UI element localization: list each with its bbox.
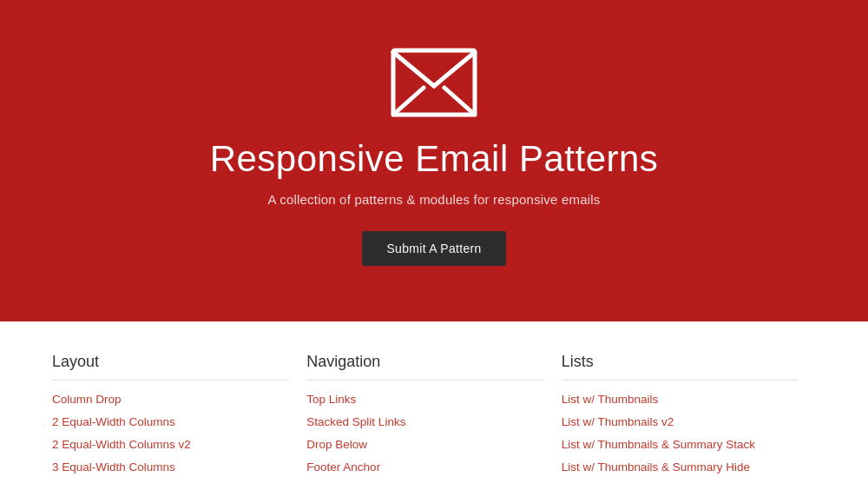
hero-title: Responsive Email Patterns — [210, 138, 659, 180]
submit-pattern-button[interactable]: Submit A Pattern — [362, 231, 505, 266]
navigation-column: Navigation Top LinksStacked Split LinksD… — [306, 353, 561, 477]
list-item-link[interactable]: List w/ Thumbnails — [562, 393, 659, 406]
list-item: Drop Below — [306, 436, 543, 452]
list-item-link[interactable]: Column Drop — [52, 393, 122, 406]
hero-section: Responsive Email Patterns A collection o… — [0, 0, 868, 321]
list-item-link[interactable]: Footer Anchor — [306, 460, 380, 474]
list-item-link[interactable]: 3 Equal-Width Columns — [52, 460, 175, 474]
list-item: Footer Anchor — [306, 459, 543, 474]
list-item-link[interactable]: Stacked Split Links — [306, 415, 405, 428]
email-icon — [391, 48, 477, 117]
navigation-list: Top LinksStacked Split LinksDrop BelowFo… — [306, 391, 543, 474]
list-item-link[interactable]: Drop Below — [306, 438, 367, 451]
lists-column-title: Lists — [562, 353, 799, 381]
list-item: Stacked Split Links — [306, 414, 543, 429]
list-item-link[interactable]: Top Links — [306, 393, 356, 406]
list-item: Top Links — [306, 391, 543, 407]
lists-column: Lists List w/ ThumbnailsList w/ Thumbnai… — [562, 353, 816, 477]
list-item: List w/ Thumbnails & Summary Stack — [562, 436, 799, 452]
list-item: 2 Equal-Width Columns — [52, 414, 289, 429]
list-item: 3 Equal-Width Columns — [52, 459, 289, 474]
svg-line-4 — [444, 88, 475, 115]
svg-line-2 — [434, 52, 475, 86]
navigation-column-title: Navigation — [306, 353, 543, 381]
list-item-link[interactable]: 2 Equal-Width Columns v2 — [52, 438, 191, 451]
list-item: List w/ Thumbnails — [562, 391, 799, 407]
list-item-link[interactable]: List w/ Thumbnails & Summary Stack — [562, 438, 755, 451]
content-section: Layout Column Drop2 Equal-Width Columns2… — [0, 321, 868, 477]
layout-column-title: Layout — [52, 353, 289, 381]
lists-list: List w/ ThumbnailsList w/ Thumbnails v2L… — [562, 391, 799, 474]
list-item: List w/ Thumbnails v2 — [562, 414, 799, 429]
list-item: Column Drop — [52, 391, 289, 407]
layout-column: Layout Column Drop2 Equal-Width Columns2… — [52, 353, 306, 477]
list-item: List w/ Thumbnails & Summary Hide — [562, 459, 799, 474]
list-item-link[interactable]: List w/ Thumbnails v2 — [562, 415, 674, 428]
list-item-link[interactable]: List w/ Thumbnails & Summary Hide — [562, 460, 750, 474]
svg-line-3 — [393, 88, 424, 115]
hero-subtitle: A collection of patterns & modules for r… — [267, 192, 600, 207]
list-item: 2 Equal-Width Columns v2 — [52, 436, 289, 452]
svg-line-1 — [393, 52, 434, 86]
layout-list: Column Drop2 Equal-Width Columns2 Equal-… — [52, 391, 289, 474]
list-item-link[interactable]: 2 Equal-Width Columns — [52, 415, 175, 428]
